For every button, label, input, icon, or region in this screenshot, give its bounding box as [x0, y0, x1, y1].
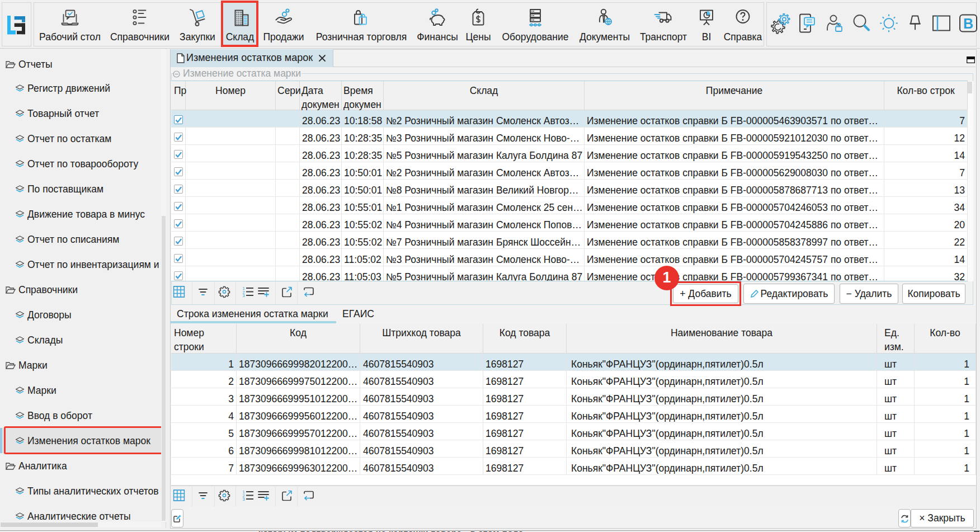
svg-text:3: 3 [243, 293, 245, 298]
svg-text:B: B [963, 15, 973, 31]
svg-text:3: 3 [243, 497, 245, 501]
